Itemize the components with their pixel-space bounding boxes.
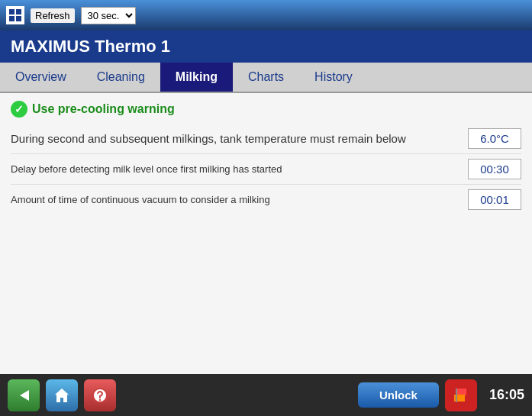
setting-text-1: Delay before detecting milk level once f… — [11, 163, 468, 175]
content-area: ✓ Use pre-cooling warning During second … — [0, 93, 532, 374]
home-button[interactable] — [46, 379, 78, 411]
time-display: 16:05 — [489, 387, 524, 403]
setting-row-2: Amount of time of continuous vacuum to c… — [11, 185, 521, 214]
tab-charts[interactable]: Charts — [233, 63, 299, 92]
title-bar: MAXIMUS Thermo 1 — [0, 31, 532, 63]
check-icon: ✓ — [11, 101, 27, 118]
svg-rect-2 — [9, 16, 15, 21]
svg-rect-0 — [9, 9, 15, 15]
tab-bar: Overview Cleaning Milking Charts History — [0, 63, 532, 93]
main-area: MAXIMUS Thermo 1 Overview Cleaning Milki… — [0, 31, 532, 374]
tab-history[interactable]: History — [299, 63, 368, 92]
help-button[interactable] — [84, 379, 116, 411]
setting-row-1: Delay before detecting milk level once f… — [11, 154, 521, 185]
setting-text-2: Amount of time of continuous vacuum to c… — [11, 194, 468, 205]
setting-row-0: During second and subsequent milkings, t… — [11, 124, 521, 154]
flag-button[interactable] — [445, 379, 477, 411]
svg-rect-10 — [456, 389, 457, 402]
bottom-toolbar: Unlock 16:05 — [0, 374, 532, 416]
refresh-select[interactable]: 30 sec. 10 sec. 60 sec. — [81, 7, 136, 24]
tab-milking[interactable]: Milking — [160, 63, 233, 92]
refresh-label: Refresh — [31, 8, 75, 23]
svg-marker-5 — [55, 389, 69, 402]
setting-value-2[interactable]: 00:01 — [468, 189, 521, 210]
tab-overview[interactable]: Overview — [0, 63, 82, 92]
svg-rect-8 — [456, 389, 466, 395]
page-title: MAXIMUS Thermo 1 — [11, 37, 170, 56]
setting-value-1[interactable]: 00:30 — [468, 159, 521, 179]
svg-rect-3 — [16, 16, 21, 21]
svg-point-7 — [99, 398, 101, 400]
precooling-label: Use pre-cooling warning — [32, 102, 175, 116]
app-icon — [6, 6, 24, 24]
unlock-button[interactable]: Unlock — [358, 382, 439, 408]
setting-value-0[interactable]: 6.0°C — [468, 128, 521, 149]
tab-cleaning[interactable]: Cleaning — [82, 63, 160, 92]
precooling-row[interactable]: ✓ Use pre-cooling warning — [11, 101, 521, 118]
setting-text-0: During second and subsequent milkings, t… — [11, 132, 468, 145]
back-button[interactable] — [8, 379, 40, 411]
top-bar: Refresh 30 sec. 10 sec. 60 sec. — [0, 0, 532, 31]
svg-rect-1 — [16, 9, 21, 15]
svg-marker-4 — [20, 390, 29, 401]
